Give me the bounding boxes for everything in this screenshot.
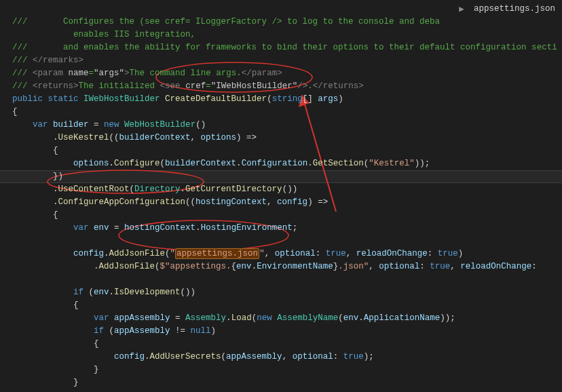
code-line: var appAssembly = Assembly.Load(new Asse… [12, 313, 455, 323]
comment-line: /// Configures the (see cref= ILoggerFac… [12, 17, 440, 26]
code-line: config.AddUserSecrets(appAssembly, optio… [12, 352, 374, 361]
code-line: }) [12, 172, 63, 181]
code-line: { [12, 210, 58, 220]
code-line: { [12, 146, 58, 155]
code-line [12, 275, 18, 284]
code-line: .AddJsonFile($"appsettings.{env.Environm… [12, 262, 537, 271]
code-editor[interactable]: /// Configures the (see cref= ILoggerFac… [0, 0, 562, 392]
comment-line: enables IIS integration, [12, 30, 195, 39]
code-line: .UseKestrel((builderContext, options) => [12, 133, 257, 142]
search-match-highlight: appsettings.json [175, 248, 259, 259]
code-line: } [12, 365, 99, 374]
code-line: { [12, 339, 99, 349]
comment-line: /// <returns>The initialized <see cref="… [12, 81, 364, 91]
code-line: .UseContentRoot(Directory.GetCurrentDire… [12, 184, 297, 194]
code-line [12, 236, 18, 246]
code-line: var env = hostingContext.HostingEnvironm… [12, 223, 297, 233]
code-line: public static IWebHostBuilder CreateDefa… [12, 94, 343, 104]
comment-line: /// <param name="args">The command line … [12, 68, 282, 78]
code-line: config.AddJsonFile("appsettings.json", o… [12, 248, 463, 259]
code-line: { [12, 107, 18, 117]
code-line: if (env.IsDevelopment()) [12, 288, 195, 297]
code-line: if (appAssembly != null) [12, 326, 216, 336]
code-line: .ConfigureAppConfiguration((hostingConte… [12, 197, 328, 207]
comment-line: /// </remarks> [12, 56, 83, 65]
comment-line: /// and enables the ability for framewor… [12, 43, 557, 52]
code-line: var builder = new WebHostBuilder() [12, 120, 206, 130]
code-line: } [12, 378, 79, 387]
code-line: options.Configure(builderContext.Configu… [12, 159, 430, 168]
code-line: { [12, 300, 79, 310]
